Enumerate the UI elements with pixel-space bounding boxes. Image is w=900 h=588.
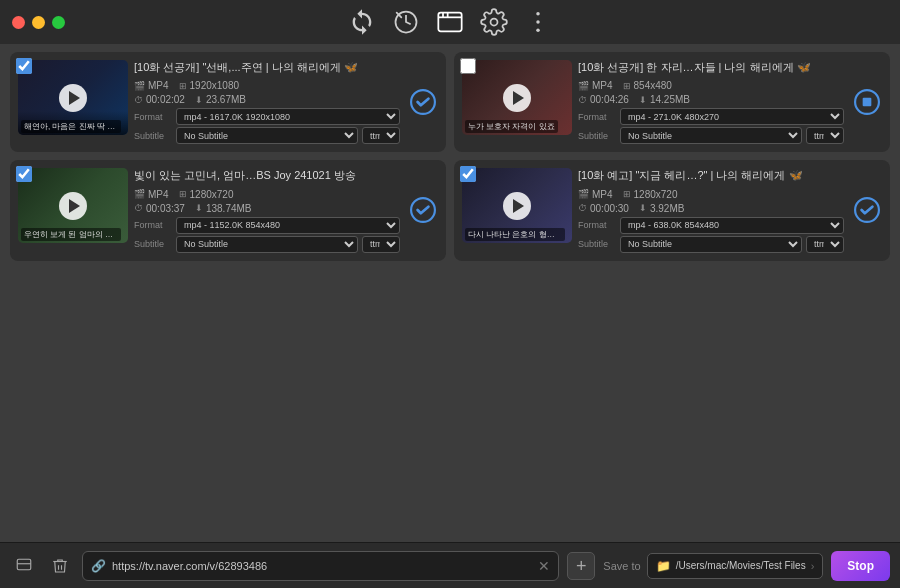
format-label-2: Format <box>578 112 616 122</box>
ttml-select-1[interactable]: ttml <box>362 127 400 144</box>
size-icon-3: ⬇ <box>195 203 203 213</box>
format-badge-3: 🎬 MP4 <box>134 189 169 200</box>
card-info-3: 빛이 있는 고민녀, 엄마…BS Joy 241021 방송 🎬 MP4 ⊞ 1… <box>128 168 406 252</box>
play-button-2[interactable] <box>503 84 531 112</box>
format-text-1: MP4 <box>148 80 169 91</box>
format-badge-4: 🎬 MP4 <box>578 189 613 200</box>
format-row-2: Format mp4 - 271.0K 480x270 <box>578 108 844 125</box>
status-icon-1 <box>408 87 438 117</box>
card-title-2: [10화 선공개] 한 자리…자들 | 나의 해리에게 🦋 <box>578 60 844 74</box>
card-checkbox-4[interactable] <box>460 166 476 186</box>
delete-button[interactable] <box>46 552 74 580</box>
format-select-4[interactable]: mp4 - 638.0K 854x480 <box>620 217 844 234</box>
format-select-2[interactable]: mp4 - 271.0K 480x270 <box>620 108 844 125</box>
thumb-label-2: 누가 보호자 자격이 있죠 <box>465 120 558 133</box>
resolution-icon-2: ⊞ <box>623 81 631 91</box>
size-text-1: 23.67MB <box>206 94 246 105</box>
resolution-text-2: 854x480 <box>634 80 672 91</box>
svg-rect-2 <box>438 13 461 32</box>
svg-point-8 <box>536 20 540 24</box>
subtitle-row-1: Subtitle No Subtitle ttml <box>134 127 400 144</box>
play-button-3[interactable] <box>59 192 87 220</box>
thumbnail-4[interactable]: 다시 나타난 은호의 형제 인격은 <box>462 168 572 243</box>
refresh-icon[interactable] <box>346 6 378 38</box>
meta-row-2-4: ⏱ 00:00:30 ⬇ 3.92MB <box>578 203 844 214</box>
subtitle-select-3[interactable]: No Subtitle <box>176 236 358 253</box>
titlebar <box>0 0 900 44</box>
subtitle-select-1[interactable]: No Subtitle <box>176 127 358 144</box>
svg-point-7 <box>536 12 540 16</box>
thumbnail-3[interactable]: 우연히 보게 된 엄마의 눈물 <box>18 168 128 243</box>
thumbnail-1[interactable]: 해연아, 마음은 진짜 딱 하나야 <box>18 60 128 135</box>
svg-rect-15 <box>17 559 31 570</box>
traffic-lights <box>12 16 65 29</box>
card-checkbox-3[interactable] <box>16 166 32 186</box>
meta-row-1-1: 🎬 MP4 ⊞ 1920x1080 <box>134 80 400 91</box>
card-info-4: [10화 예고] "지금 헤리…?" | 나의 해리에게 🦋 🎬 MP4 ⊞ 1… <box>572 168 850 252</box>
stop-button[interactable]: Stop <box>831 551 890 581</box>
resolution-icon-3: ⊞ <box>179 189 187 199</box>
save-path-button[interactable]: 📁 /Users/mac/Movies/Test Files › <box>647 553 824 579</box>
format-select-1[interactable]: mp4 - 1617.0K 1920x1080 <box>176 108 400 125</box>
close-button[interactable] <box>12 16 25 29</box>
card-checkbox-2[interactable] <box>460 58 476 78</box>
size-icon-2: ⬇ <box>639 95 647 105</box>
thumbnail-2[interactable]: 누가 보호자 자격이 있죠 <box>462 60 572 135</box>
save-path-arrow: › <box>811 560 815 572</box>
maximize-button[interactable] <box>52 16 65 29</box>
resolution-icon-4: ⊞ <box>623 189 631 199</box>
subtitle-select-2[interactable]: No Subtitle <box>620 127 802 144</box>
video-icon-3: 🎬 <box>134 189 145 199</box>
subtitle-label-1: Subtitle <box>134 131 172 141</box>
duration-text-3: 00:03:37 <box>146 203 185 214</box>
resolution-3: ⊞ 1280x720 <box>179 189 234 200</box>
settings-icon[interactable] <box>478 6 510 38</box>
size-icon-4: ⬇ <box>639 203 647 213</box>
subtitle-row-2: Subtitle No Subtitle ttml <box>578 127 844 144</box>
resolution-4: ⊞ 1280x720 <box>623 189 678 200</box>
status-icon-3 <box>408 195 438 225</box>
meta-row-1-3: 🎬 MP4 ⊞ 1280x720 <box>134 189 400 200</box>
save-section: Save to 📁 /Users/mac/Movies/Test Files › <box>603 553 823 579</box>
minimize-button[interactable] <box>32 16 45 29</box>
svg-point-9 <box>536 28 540 32</box>
duration-text-1: 00:02:02 <box>146 94 185 105</box>
format-label-1: Format <box>134 112 172 122</box>
video-card-3: 우연히 보게 된 엄마의 눈물 빛이 있는 고민녀, 엄마…BS Joy 241… <box>10 160 446 260</box>
ttml-select-4[interactable]: ttml <box>806 236 844 253</box>
svg-point-1 <box>398 14 400 16</box>
more-icon[interactable] <box>522 6 554 38</box>
save-path-text: /Users/mac/Movies/Test Files <box>676 560 806 571</box>
status-icon-4 <box>852 195 882 225</box>
format-row-3: Format mp4 - 1152.0K 854x480 <box>134 217 400 234</box>
subtitle-select-4[interactable]: No Subtitle <box>620 236 802 253</box>
main-content: 해연아, 마음은 진짜 딱 하나야 [10화 선공개] "선배,...주연 | … <box>0 44 900 542</box>
download-active-icon[interactable] <box>434 6 466 38</box>
meta-row-1-2: 🎬 MP4 ⊞ 854x480 <box>578 80 844 91</box>
video-grid: 해연아, 마음은 진짜 딱 하나야 [10화 선공개] "선배,...주연 | … <box>10 52 890 261</box>
video-card-1: 해연아, 마음은 진짜 딱 하나야 [10화 선공개] "선배,...주연 | … <box>10 52 446 152</box>
card-title-3: 빛이 있는 고민녀, 엄마…BS Joy 241021 방송 <box>134 168 400 182</box>
ttml-select-2[interactable]: ttml <box>806 127 844 144</box>
format-select-3[interactable]: mp4 - 1152.0K 854x480 <box>176 217 400 234</box>
url-clear-button[interactable]: ✕ <box>538 559 550 573</box>
history-icon[interactable] <box>390 6 422 38</box>
filesize-3: ⬇ 138.74MB <box>195 203 252 214</box>
toolbar <box>346 6 554 38</box>
format-badge-2: 🎬 MP4 <box>578 80 613 91</box>
video-icon-4: 🎬 <box>578 189 589 199</box>
ttml-select-3[interactable]: ttml <box>362 236 400 253</box>
url-input[interactable] <box>112 560 532 572</box>
duration-1: ⏱ 00:02:02 <box>134 94 185 105</box>
clock-icon-4: ⏱ <box>578 203 587 213</box>
play-button-4[interactable] <box>503 192 531 220</box>
add-url-button[interactable] <box>10 552 38 580</box>
card-title-1: [10화 선공개] "선배,...주연 | 나의 해리에게 🦋 <box>134 60 400 74</box>
size-text-3: 138.74MB <box>206 203 252 214</box>
card-checkbox-1[interactable] <box>16 58 32 78</box>
resolution-1: ⊞ 1920x1080 <box>179 80 240 91</box>
play-button-1[interactable] <box>59 84 87 112</box>
meta-row-2-3: ⏱ 00:03:37 ⬇ 138.74MB <box>134 203 400 214</box>
clock-icon-1: ⏱ <box>134 95 143 105</box>
add-button[interactable]: + <box>567 552 595 580</box>
